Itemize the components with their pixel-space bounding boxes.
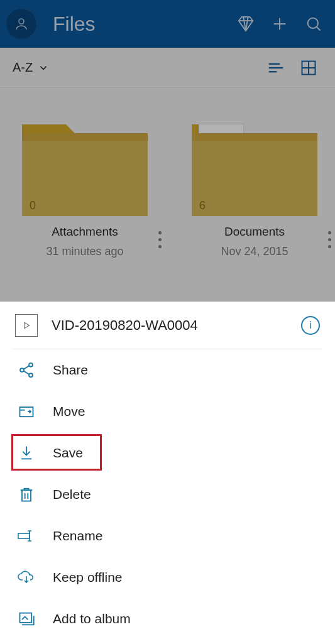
info-icon: i bbox=[309, 319, 312, 332]
folder-name: Attachments bbox=[52, 225, 118, 239]
bottom-sheet: VID-20190820-WA0004 i Share Move Save bbox=[0, 302, 335, 644]
action-label: Rename bbox=[53, 528, 102, 543]
play-icon bbox=[21, 320, 31, 330]
sheet-header: VID-20190820-WA0004 i bbox=[13, 302, 322, 349]
action-label: Delete bbox=[53, 487, 91, 502]
profile-button[interactable] bbox=[6, 9, 36, 39]
album-icon bbox=[18, 610, 35, 628]
rename-icon bbox=[17, 527, 36, 545]
trash-icon bbox=[18, 486, 35, 503]
info-button[interactable]: i bbox=[301, 316, 320, 335]
sheet-file-name: VID-20190820-WA0004 bbox=[52, 317, 301, 334]
svg-rect-8 bbox=[18, 533, 30, 538]
sort-bar: A-Z bbox=[0, 48, 335, 88]
keep-offline-action[interactable]: Keep offline bbox=[13, 557, 322, 598]
rename-action[interactable]: Rename bbox=[13, 515, 322, 557]
folder-subtitle: Nov 24, 2015 bbox=[221, 245, 288, 258]
save-action[interactable]: Save bbox=[13, 432, 322, 474]
list-view-button[interactable] bbox=[262, 54, 290, 82]
diamond-icon bbox=[236, 14, 255, 33]
premium-button[interactable] bbox=[231, 9, 261, 39]
cloud-download-icon bbox=[17, 569, 36, 586]
share-icon bbox=[18, 361, 35, 379]
delete-action[interactable]: Delete bbox=[13, 474, 322, 515]
folder-more-button[interactable] bbox=[328, 231, 331, 248]
video-thumbnail bbox=[15, 314, 38, 337]
sort-button[interactable]: A-Z bbox=[13, 60, 49, 75]
folder-count: 6 bbox=[199, 199, 206, 212]
svg-rect-7 bbox=[22, 490, 31, 501]
grid-icon bbox=[300, 59, 317, 77]
folder-count: 0 bbox=[30, 199, 36, 212]
folder-subtitle: 31 minutes ago bbox=[46, 245, 123, 258]
sort-label: A-Z bbox=[13, 60, 33, 75]
app-bar: Files bbox=[0, 0, 335, 48]
search-icon bbox=[305, 15, 322, 33]
action-label: Add to album bbox=[53, 611, 131, 626]
person-icon bbox=[14, 16, 29, 31]
folder-item[interactable]: 0 Attachments 31 minutes ago bbox=[22, 124, 148, 302]
action-label: Move bbox=[53, 404, 85, 419]
svg-point-0 bbox=[19, 19, 24, 24]
action-label: Save bbox=[53, 445, 83, 461]
folder-icon: 0 bbox=[22, 124, 148, 216]
grid-view-button[interactable] bbox=[295, 54, 322, 82]
share-action[interactable]: Share bbox=[13, 349, 322, 391]
folder-name: Documents bbox=[224, 225, 285, 239]
search-button[interactable] bbox=[299, 9, 329, 39]
list-lines-icon bbox=[266, 58, 285, 77]
chevron-down-icon bbox=[38, 62, 49, 74]
svg-point-1 bbox=[308, 18, 318, 28]
folder-grid: 0 Attachments 31 minutes ago 6 Documents… bbox=[0, 88, 335, 302]
add-button[interactable] bbox=[265, 9, 295, 39]
folder-more-button[interactable] bbox=[158, 231, 162, 248]
add-to-album-action[interactable]: Add to album bbox=[13, 598, 322, 640]
move-action[interactable]: Move bbox=[13, 391, 322, 432]
action-label: Keep offline bbox=[53, 570, 123, 585]
page-title: Files bbox=[53, 13, 96, 36]
folder-item[interactable]: 6 Documents Nov 24, 2015 bbox=[192, 124, 317, 302]
plus-icon bbox=[271, 15, 288, 33]
action-label: Share bbox=[53, 363, 88, 378]
move-icon bbox=[18, 403, 35, 420]
download-icon bbox=[18, 444, 35, 462]
folder-icon: 6 bbox=[192, 124, 317, 216]
